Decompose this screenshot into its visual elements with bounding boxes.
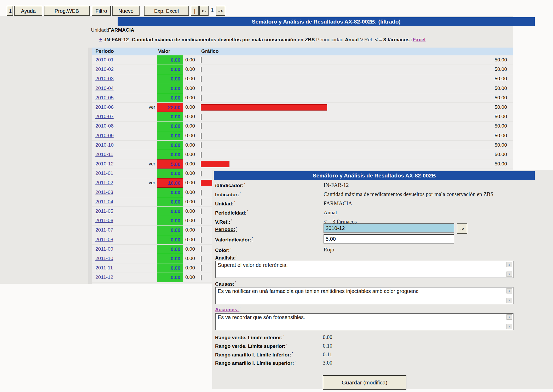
rango-label: Rango amarillo I. Límite inferior:' — [215, 352, 293, 358]
period-link[interactable]: 2011-04 — [95, 199, 113, 205]
causas-textarea[interactable]: Es va notificar en uná farmaciola que te… — [215, 287, 514, 304]
period-link[interactable]: 2011-09 — [95, 246, 113, 252]
scroll-down-icon[interactable]: ▼ — [506, 298, 512, 303]
color-field-label: Color:' — [215, 247, 231, 253]
period-link[interactable]: 2010-12 — [95, 161, 114, 167]
detail-dialog: Semáforo y Análisis de Resultados AX-82-… — [212, 170, 553, 389]
zero-tick-mark — [201, 57, 201, 63]
periodo-input[interactable] — [324, 223, 454, 233]
unidad-value: FARMACIA — [108, 27, 134, 33]
table-row: 2010-08 0.00 0.00 50.00 — [92, 122, 513, 131]
valor-indicador-input[interactable] — [324, 234, 454, 244]
nav-next-button[interactable]: -> — [216, 6, 225, 16]
field-label: V.Ref.:' — [215, 219, 232, 225]
scroll-down-icon[interactable]: ▼ — [506, 324, 512, 329]
field-value: IN-FAR-12 — [324, 182, 349, 188]
max-scale-value: 50.00 — [481, 66, 507, 72]
valor-secondary: 0.00 — [185, 133, 195, 139]
nav-first-button[interactable]: |< — [191, 6, 199, 16]
save-button[interactable]: Guardar (modifica) — [323, 375, 406, 390]
valor-cell: 0.00 — [157, 169, 183, 178]
period-link[interactable]: 2010-06 — [95, 104, 114, 110]
valor-cell: 0.00 — [157, 84, 183, 93]
zero-tick-mark — [201, 114, 201, 120]
info-mark: ' — [240, 307, 240, 310]
period-link[interactable]: 2010-04 — [95, 85, 114, 91]
excel-link[interactable]: Excel — [413, 37, 426, 42]
table-row: 2010-09 0.00 0.00 50.00 — [92, 131, 513, 141]
period-link[interactable]: 2011-05 — [95, 208, 113, 214]
scroll-up-icon[interactable]: ▲ — [506, 288, 512, 293]
page-1-button[interactable]: 1 — [7, 6, 13, 16]
period-link[interactable]: 2010-05 — [95, 95, 114, 101]
valor-indicador-label[interactable]: ValorIndicador:' — [215, 237, 253, 243]
valor-cell: 0.00 — [157, 235, 183, 244]
scroll-down-icon[interactable]: ▼ — [506, 272, 512, 277]
valor-secondary: 0.00 — [185, 161, 195, 167]
max-scale-value: 50.00 — [481, 76, 507, 82]
valor-secondary: 0.00 — [185, 152, 195, 157]
period-link[interactable]: 2010-03 — [95, 76, 114, 82]
indicator-header-line: ± :IN-FAR-12 :Cantidad máxima de medicam… — [99, 37, 425, 43]
period-link[interactable]: 2010-08 — [95, 123, 114, 129]
period-link[interactable]: 2011-02 — [95, 180, 113, 186]
causas-textarea-wrap: Es va notificar en uná farmaciola que te… — [215, 287, 514, 304]
period-link[interactable]: 2011-12 — [95, 274, 113, 280]
zero-tick-mark — [201, 190, 201, 195]
valor-secondary: 0.00 — [185, 274, 195, 280]
causas-label: Causas:' — [215, 281, 236, 287]
info-mark: ' — [237, 255, 237, 258]
periodo-next-button[interactable]: -> — [457, 223, 467, 234]
ver-link[interactable]: ver — [139, 105, 155, 110]
acciones-label[interactable]: Acciones:' — [215, 307, 240, 313]
valor-secondary: 0.00 — [185, 208, 195, 214]
scroll-up-icon[interactable]: ▲ — [506, 314, 512, 320]
zero-tick-mark — [201, 67, 201, 72]
period-link[interactable]: 2010-07 — [95, 114, 114, 119]
indicator-id: :IN-FAR-12 — [103, 37, 129, 42]
period-link[interactable]: 2011-06 — [95, 218, 113, 223]
nav-prev-button[interactable]: <- — [199, 6, 209, 16]
ayuda-button[interactable]: Ayuda — [14, 6, 42, 16]
max-scale-value: 50.00 — [481, 57, 507, 63]
period-link[interactable]: 2011-08 — [95, 237, 113, 243]
export-excel-button[interactable]: Exp. Excel — [144, 6, 189, 16]
table-row: 2010-05 0.00 0.00 50.00 — [92, 93, 513, 103]
table-left-margin — [88, 48, 92, 284]
analisis-textarea[interactable]: Superat el valor de referència. — [215, 261, 514, 278]
valor-cell: 0.00 — [157, 112, 183, 121]
period-link[interactable]: 2010-02 — [95, 66, 114, 72]
rango-row: Rango amarillo I. Límite inferior:' 0.11 — [215, 351, 450, 359]
period-link[interactable]: 2011-10 — [95, 256, 113, 261]
prog-web-button[interactable]: Prog.WEB — [44, 6, 90, 16]
field-label: Unidad:' — [215, 201, 235, 207]
period-link[interactable]: 2011-03 — [95, 189, 113, 195]
valor-secondary: 0.00 — [185, 95, 195, 101]
scroll-up-icon[interactable]: ▲ — [506, 262, 512, 267]
valor-secondary: 0.00 — [185, 66, 195, 72]
valor-cell: 0.00 — [157, 226, 183, 235]
analisis-label: Analisis:' — [215, 255, 237, 261]
expand-collapse-link[interactable]: ± — [99, 37, 102, 42]
period-link[interactable]: 2010-09 — [95, 133, 114, 139]
nuevo-button[interactable]: Nuevo — [112, 6, 140, 16]
period-link[interactable]: 2011-07 — [95, 227, 113, 233]
zero-tick-mark — [201, 95, 201, 101]
zero-tick-mark — [201, 142, 201, 148]
field-value: Anual — [324, 209, 337, 216]
valor-secondary: 0.00 — [185, 256, 195, 261]
info-mark: ' — [234, 201, 235, 204]
acciones-textarea[interactable]: Es va recordar que són fotosensibles. — [215, 313, 514, 330]
rango-value: 3.00 — [323, 360, 332, 366]
zero-tick-mark — [201, 133, 201, 139]
ver-link[interactable]: ver — [139, 180, 155, 186]
period-link[interactable]: 2011-01 — [95, 170, 113, 176]
period-link[interactable]: 2010-11 — [95, 152, 113, 157]
rango-label: Rango amarillo I. Límite superior:' — [215, 360, 296, 366]
ver-link[interactable]: ver — [139, 161, 155, 167]
filtro-button[interactable]: Filtro — [92, 6, 111, 16]
period-link[interactable]: 2010-10 — [95, 142, 114, 148]
period-link[interactable]: 2010-01 — [95, 57, 114, 63]
periodo-field-label[interactable]: Periodo:' — [215, 226, 237, 232]
period-link[interactable]: 2011-11 — [95, 265, 113, 271]
